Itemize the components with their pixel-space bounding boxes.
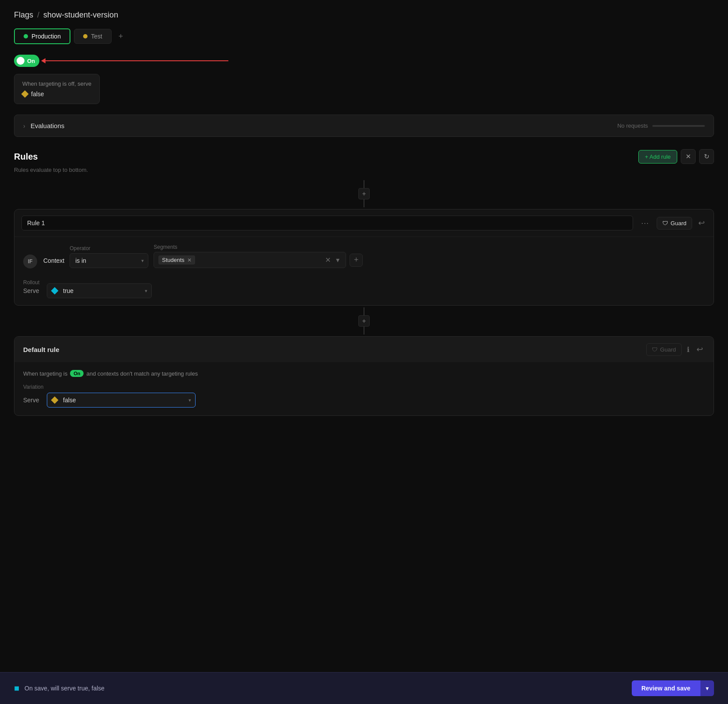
default-rule-actions: 🛡 Guard ℹ ↩ (646, 343, 705, 356)
if-badge: IF (23, 254, 37, 268)
rule-1-body: IF Context Operator is in is not in ▾ (14, 237, 714, 305)
default-rule-revert-button[interactable]: ↩ (695, 343, 705, 356)
bottom-bar-actions: Review and save ▾ (632, 680, 714, 696)
toggle-circle (17, 57, 24, 65)
rules-title: Rules (14, 152, 38, 162)
variation-label: Variation (23, 384, 705, 390)
segments-field-group: Segments Students ✕ ✕ ▾ (154, 244, 363, 268)
add-rule-button[interactable]: + Add rule (638, 150, 677, 164)
rollout-row: Rollout Serve true false ▾ (23, 275, 705, 298)
default-desc-prefix: When targeting is (23, 370, 67, 377)
rule-1-serve-select-wrap: true false ▾ (47, 283, 152, 298)
rule-1-card: ⋯ 🛡 Guard ↩ IF Context Operator (14, 209, 714, 306)
off-serve-value-row: false (22, 91, 91, 98)
default-rule-info-button[interactable]: ℹ (685, 345, 691, 355)
connector-line-middle-bottom (364, 327, 364, 335)
bottom-bar-info-text: On save, will serve true, false (24, 685, 105, 692)
breadcrumb-flag-name: show-student-version (43, 10, 118, 19)
rule-1-revert-button[interactable]: ↩ (696, 216, 707, 230)
toggle-row: On (14, 55, 714, 67)
tab-production-dot (24, 34, 28, 38)
default-serve-row: Serve false true ▾ (23, 393, 705, 408)
default-rule-on-badge: On (70, 370, 84, 377)
refresh-icon-button[interactable]: ↻ (699, 149, 714, 164)
rule-connector-middle: + (14, 307, 714, 335)
tab-test[interactable]: Test (74, 29, 112, 44)
evaluations-left: › Evaluations (23, 122, 64, 129)
tab-production-label: Production (32, 33, 61, 40)
evaluations-chevron-icon: › (23, 122, 25, 129)
rule-1-serve-select[interactable]: true false (47, 283, 152, 298)
default-desc-suffix: and contexts don't match any targeting r… (86, 370, 198, 377)
breadcrumb-flags[interactable]: Flags (14, 10, 33, 19)
evaluations-bar-visual (652, 125, 705, 127)
condition-row: IF Context Operator is in is not in ▾ (23, 244, 705, 268)
toggle-button[interactable]: On (14, 55, 39, 67)
add-rule-connector-btn-middle[interactable]: + (358, 315, 370, 327)
default-serve-label: Serve (23, 397, 41, 404)
guard-shield-icon: 🛡 (662, 220, 668, 227)
evaluations-right: No requests (617, 122, 705, 129)
rule-1-guard-label: Guard (671, 220, 686, 227)
off-serve-label: When targeting is off, serve (22, 80, 91, 87)
tabs-container: Production Test + (14, 28, 714, 44)
off-serve-diamond-icon (21, 91, 29, 98)
default-rule-guard-label: Guard (660, 346, 676, 353)
off-serve-value: false (31, 91, 44, 98)
segment-students-tag: Students ✕ (158, 255, 195, 265)
rule-1-guard-button[interactable]: 🛡 Guard (657, 217, 692, 230)
review-arrow-button[interactable]: ▾ (700, 680, 714, 696)
default-rule-description: When targeting is On and contexts don't … (23, 370, 705, 377)
rules-title-text: Rules (14, 152, 38, 162)
default-serve-select[interactable]: false true (47, 393, 196, 408)
default-rule-card: Default rule 🛡 Guard ℹ ↩ When targeting … (14, 336, 714, 416)
connector-line-bottom (364, 199, 364, 207)
add-rule-connector-btn[interactable]: + (358, 188, 370, 199)
segments-field-label: Segments (154, 244, 363, 250)
close-icon-button[interactable]: ✕ (681, 149, 696, 164)
bottom-bar-info: ◆ On save, will serve true, false (14, 683, 105, 693)
rule-connector-top: + (14, 180, 714, 207)
segments-dropdown-button[interactable]: ▾ (334, 255, 341, 265)
tab-test-label: Test (91, 33, 102, 40)
add-segment-button[interactable]: + (350, 254, 363, 267)
segment-students-label: Students (162, 257, 184, 263)
rule-1-serve-label: Serve (23, 287, 41, 294)
default-serve-select-wrap: false true ▾ (47, 393, 196, 408)
operator-field-group: Operator is in is not in ▾ (70, 245, 148, 268)
segments-actions: ✕ ▾ (323, 255, 341, 265)
default-rule-guard-button[interactable]: 🛡 Guard (646, 343, 682, 356)
rollout-field-label: Rollout (23, 279, 41, 286)
breadcrumb: Flags / show-student-version (14, 10, 714, 20)
context-label: Context (43, 253, 64, 268)
rules-subtitle: Rules evaluate top to bottom. (14, 167, 714, 173)
rule-1-header: ⋯ 🛡 Guard ↩ (14, 209, 714, 237)
rules-actions: + Add rule ✕ ↻ (638, 149, 714, 164)
default-rule-title: Default rule (23, 346, 60, 353)
red-arrow-indicator (45, 60, 228, 61)
toggle-state-label: On (27, 58, 35, 64)
segments-clear-button[interactable]: ✕ (323, 255, 332, 265)
evaluations-title: Evaluations (31, 122, 65, 129)
guard-disabled-shield-icon: 🛡 (652, 346, 658, 353)
review-and-save-button[interactable]: Review and save (632, 680, 700, 696)
evaluations-bar[interactable]: › Evaluations No requests (14, 115, 714, 137)
no-requests-label: No requests (617, 122, 648, 129)
operator-select[interactable]: is in is not in (70, 253, 148, 268)
segment-students-remove-icon[interactable]: ✕ (187, 257, 192, 263)
tab-production[interactable]: Production (14, 28, 70, 44)
operator-select-wrapper: is in is not in ▾ (70, 253, 148, 268)
rules-header: Rules + Add rule ✕ ↻ (14, 149, 714, 164)
breadcrumb-separator: / (37, 10, 39, 19)
default-rule-body: When targeting is On and contexts don't … (14, 362, 714, 415)
bottom-diamond-icon: ◆ (11, 683, 22, 694)
connector-line-top (364, 180, 364, 188)
rule-1-menu-button[interactable]: ⋯ (637, 216, 652, 230)
tab-test-dot (83, 34, 88, 38)
bottom-bar: ◆ On save, will serve true, false Review… (0, 672, 728, 704)
rule-1-name-input[interactable] (21, 216, 633, 230)
connector-line-middle-top (364, 307, 364, 315)
tab-add-button[interactable]: + (115, 30, 127, 43)
default-rule-header: Default rule 🛡 Guard ℹ ↩ (14, 337, 714, 362)
segments-input[interactable]: Students ✕ ✕ ▾ (154, 252, 346, 268)
